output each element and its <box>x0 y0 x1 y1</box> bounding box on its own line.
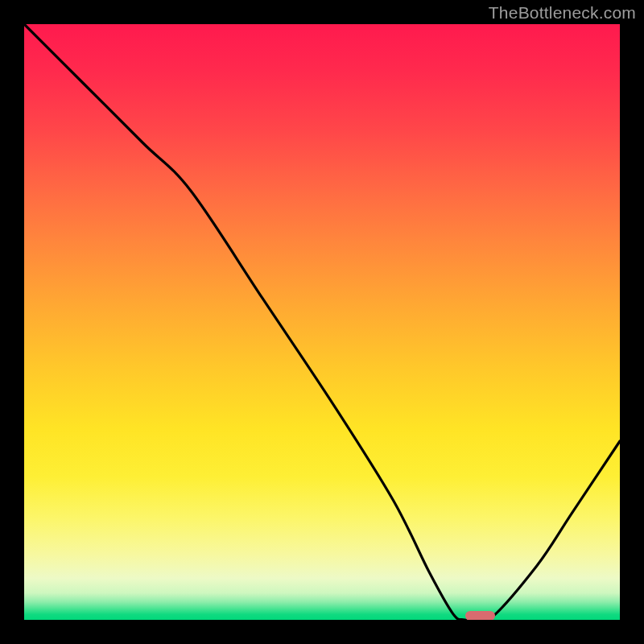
plot-area <box>24 24 620 620</box>
optimal-marker <box>465 611 495 620</box>
bottleneck-curve <box>24 24 620 620</box>
chart-container: TheBottleneck.com <box>0 0 644 644</box>
watermark-text: TheBottleneck.com <box>489 3 636 23</box>
